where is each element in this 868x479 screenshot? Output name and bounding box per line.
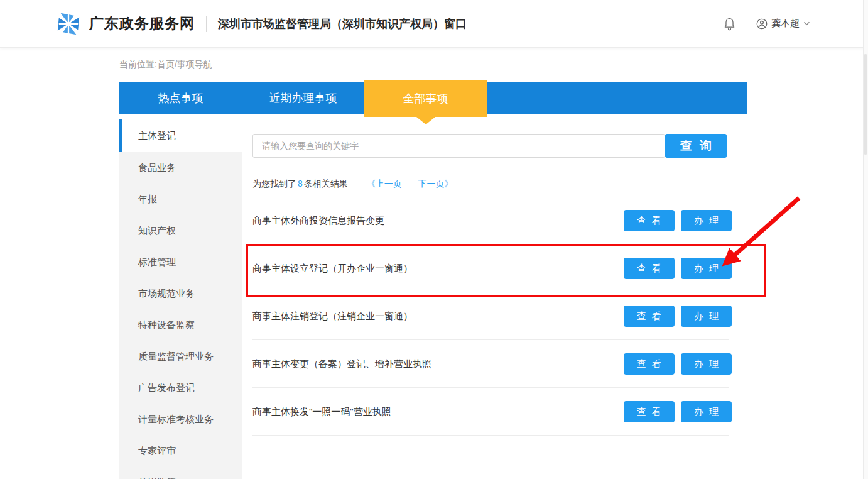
- sidebar-item-market-regulation[interactable]: 市场规范业务: [119, 278, 242, 309]
- header-actions: 龚本超: [724, 17, 810, 31]
- sidebar-item-intellectual-property[interactable]: 知识产权: [119, 215, 242, 246]
- service-title: 商事主体变更（备案）登记、增补营业执照: [252, 358, 431, 370]
- tab-hot-items[interactable]: 热点事项: [119, 82, 242, 114]
- sidebar-item-metrology-assessment[interactable]: 计量标准考核业务: [119, 404, 242, 435]
- view-button[interactable]: 查看: [624, 353, 675, 375]
- sidebar-item-advertising-registration[interactable]: 广告发布登记: [119, 372, 242, 404]
- next-page-link[interactable]: 下一页》: [418, 179, 453, 189]
- tab-all-items[interactable]: 全部事项: [364, 80, 487, 117]
- list-item-highlighted: 商事主体设立登记（开办企业一窗通） 查看 办理: [252, 245, 732, 292]
- handle-button[interactable]: 办理: [681, 306, 732, 327]
- tab-bar: 热点事项 近期办理事项 全部事项: [119, 82, 747, 114]
- results-count: 8: [296, 179, 304, 189]
- sidebar-item-annual-report[interactable]: 年报: [119, 184, 242, 215]
- page-scrollbar: [863, 0, 868, 479]
- sidebar-item-expert-review[interactable]: 专家评审: [119, 435, 242, 466]
- user-menu[interactable]: 龚本超: [756, 18, 810, 30]
- search-input[interactable]: [252, 134, 665, 158]
- search-button[interactable]: 查询: [665, 134, 727, 158]
- prev-page-link[interactable]: 《上一页: [367, 179, 402, 189]
- service-title: 商事主体注销登记（注销企业一窗通）: [252, 311, 413, 322]
- pinwheel-logo-icon: [55, 11, 82, 37]
- view-button[interactable]: 查看: [624, 210, 675, 231]
- header-divider: [206, 16, 207, 32]
- sidebar-item-quality-supervision[interactable]: 质量监督管理业务: [119, 341, 242, 372]
- scrollbar-thumb[interactable]: [864, 54, 867, 155]
- handle-button[interactable]: 办理: [681, 258, 732, 279]
- top-header: 广东政务服务网 深圳市市场监督管理局（深圳市知识产权局）窗口 龚本超: [0, 0, 868, 48]
- user-icon: [756, 18, 768, 30]
- list-item: 商事主体注销登记（注销企业一窗通） 查看 办理: [252, 292, 732, 340]
- bell-icon[interactable]: [724, 17, 735, 31]
- service-list: 商事主体外商投资信息报告变更 查看 办理 商事主体设立登记（开办企业一窗通） 查…: [252, 197, 732, 436]
- results-suffix: 条相关结果: [304, 179, 348, 189]
- tab-recent-items[interactable]: 近期办理事项: [242, 82, 364, 114]
- sidebar-item-subject-registration[interactable]: 主体登记: [119, 119, 242, 152]
- view-button[interactable]: 查看: [624, 306, 675, 327]
- active-tab-caret: [416, 117, 435, 124]
- results-prefix: 为您找到了: [252, 179, 296, 189]
- brand[interactable]: 广东政务服务网: [55, 11, 195, 37]
- chevron-down-icon: [803, 21, 810, 26]
- service-title: 商事主体外商投资信息报告变更: [252, 215, 384, 227]
- breadcrumb: 当前位置:首页/事项导航: [119, 59, 212, 70]
- window-title: 深圳市市场监督管理局（深圳市知识产权局）窗口: [218, 16, 467, 31]
- sidebar-item-food-business[interactable]: 食品业务: [119, 152, 242, 184]
- results-summary: 为您找到了8条相关结果 《上一页 下一页》: [252, 179, 453, 190]
- user-name: 龚本超: [771, 18, 800, 30]
- handle-button[interactable]: 办理: [681, 210, 732, 231]
- handle-button[interactable]: 办理: [681, 401, 732, 422]
- view-button[interactable]: 查看: [624, 401, 675, 422]
- list-item: 商事主体变更（备案）登记、增补营业执照 查看 办理: [252, 340, 732, 388]
- list-item: 商事主体换发"一照一码"营业执照 查看 办理: [252, 388, 732, 436]
- service-title: 商事主体换发"一照一码"营业执照: [252, 406, 391, 418]
- service-title: 商事主体设立登记（开办企业一窗通）: [252, 263, 413, 275]
- header-actions-divider: [746, 18, 746, 30]
- view-button[interactable]: 查看: [624, 258, 675, 279]
- handle-button[interactable]: 办理: [681, 353, 732, 375]
- category-sidebar: 主体登记 食品业务 年报 知识产权 标准管理 市场规范业务 特种设备监察 质量监…: [119, 119, 242, 479]
- sidebar-item-partial[interactable]: 信用监管: [119, 466, 242, 479]
- sidebar-item-standard-management[interactable]: 标准管理: [119, 246, 242, 278]
- brand-title: 广东政务服务网: [89, 14, 195, 33]
- sidebar-item-special-equipment[interactable]: 特种设备监察: [119, 309, 242, 341]
- list-item: 商事主体外商投资信息报告变更 查看 办理: [252, 197, 732, 245]
